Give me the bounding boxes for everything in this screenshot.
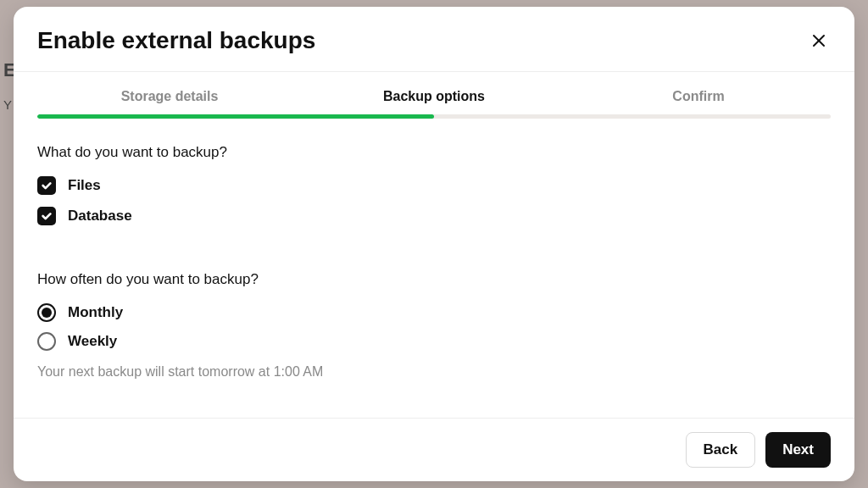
progress-fill (37, 114, 434, 119)
radio-monthly-circle (37, 303, 56, 322)
modal-header: Enable external backups (14, 7, 854, 72)
backup-content-question: What do you want to backup? (37, 144, 831, 161)
modal-dialog: Enable external backups Storage details … (14, 7, 854, 481)
step-storage-details[interactable]: Storage details (37, 89, 302, 114)
checkbox-files[interactable]: Files (37, 176, 831, 195)
backup-content-section: What do you want to backup? Files Databa… (37, 144, 831, 237)
step-backup-options[interactable]: Backup options (302, 89, 566, 114)
close-icon (812, 34, 826, 47)
modal-footer: Back Next (14, 418, 854, 481)
radio-monthly[interactable]: Monthly (37, 303, 831, 322)
radio-dot-icon (42, 308, 52, 318)
checkbox-files-label: Files (68, 177, 101, 194)
radio-weekly-label: Weekly (68, 333, 117, 350)
checkbox-files-box (37, 176, 56, 195)
modal-title: Enable external backups (37, 27, 315, 54)
wizard-steps: Storage details Backup options Confirm (37, 89, 831, 114)
frequency-section: How often do you want to backup? Monthly… (37, 271, 831, 380)
check-icon (41, 210, 53, 222)
check-icon (41, 180, 53, 191)
progress-track (37, 114, 831, 119)
back-button[interactable]: Back (686, 432, 756, 468)
radio-weekly[interactable]: Weekly (37, 332, 831, 351)
next-button[interactable]: Next (765, 432, 831, 468)
checkbox-database-box (37, 207, 56, 225)
frequency-question: How often do you want to backup? (37, 271, 831, 288)
checkbox-database-label: Database (68, 208, 132, 225)
radio-weekly-circle (37, 332, 56, 351)
radio-monthly-label: Monthly (68, 304, 123, 321)
close-button[interactable] (807, 29, 831, 53)
next-backup-info: Your next backup will start tomorrow at … (37, 364, 831, 380)
checkbox-database[interactable]: Database (37, 207, 831, 225)
modal-body: Storage details Backup options Confirm W… (14, 72, 854, 418)
step-confirm: Confirm (566, 89, 831, 114)
